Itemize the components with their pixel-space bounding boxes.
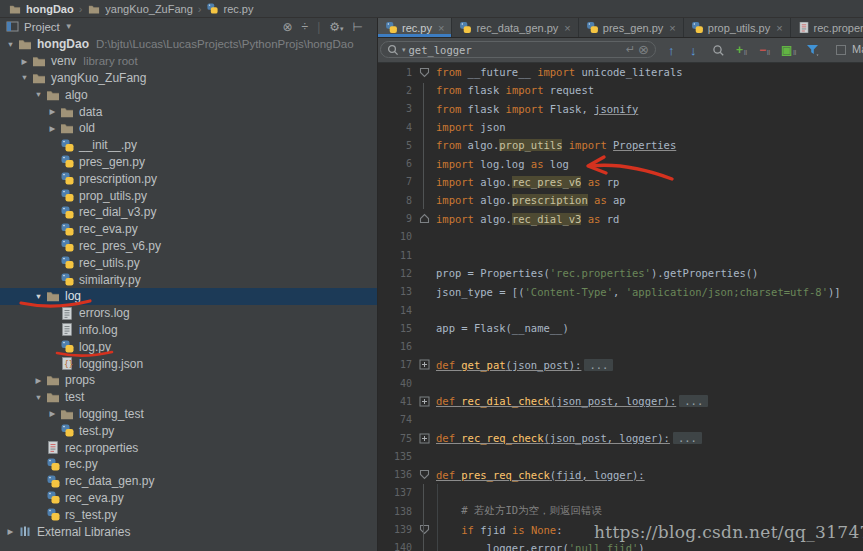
gutter-line-number[interactable]: 11 <box>378 250 412 261</box>
code-editor[interactable]: 1from __future__ import unicode_literals… <box>378 63 863 551</box>
gutter-line-number[interactable]: 5 <box>378 140 412 151</box>
tree-item-data[interactable]: ▶data <box>0 103 377 120</box>
tree-item-yangKuo_ZuFang[interactable]: ▼yangKuo_ZuFang <box>0 70 377 87</box>
chevron-right-icon[interactable]: ▶ <box>32 376 45 385</box>
hide-panel-icon[interactable]: ⊢ <box>353 21 363 33</box>
tree-item-rec_pres_v6.py[interactable]: rec_pres_v6.py <box>0 238 377 255</box>
gutter-line-number[interactable]: 140 <box>378 542 412 551</box>
gutter-line-number[interactable]: 1 <box>378 67 412 78</box>
tree-item-info.log[interactable]: info.log <box>0 322 377 339</box>
chevron-right-icon[interactable]: ▶ <box>46 107 59 116</box>
close-tab-icon[interactable]: × <box>564 22 570 34</box>
tree-item-log[interactable]: ▼log <box>0 288 377 305</box>
filter-icon[interactable] <box>806 44 820 57</box>
gutter-line-number[interactable]: 3 <box>378 103 412 114</box>
tab-rec_data_gen.py[interactable]: rec_data_gen.py× <box>452 18 578 37</box>
chevron-right-icon[interactable]: ▶ <box>46 409 59 418</box>
gutter-line-number[interactable]: 15 <box>378 323 412 334</box>
tree-item-prop_utils.py[interactable]: prop_utils.py <box>0 187 377 204</box>
search-input[interactable]: ▾ get_logger ↵ ⊗ <box>380 41 656 58</box>
tree-item-prescription.py[interactable]: prescription.py <box>0 170 377 187</box>
tree-item-old[interactable]: ▶old <box>0 120 377 137</box>
add-occurrence-button[interactable]: +ll <box>736 44 747 56</box>
gutter-line-number[interactable]: 137 <box>378 487 412 498</box>
tree-item-rec.py[interactable]: rec.py <box>0 456 377 473</box>
gutter-line-number[interactable]: 12 <box>378 268 412 279</box>
close-icon[interactable]: ⊗ <box>282 21 292 33</box>
tree-item-rec_eva.py[interactable]: rec_eva.py <box>0 490 377 507</box>
tree-item-rs_test.py[interactable]: rs_test.py <box>0 506 377 523</box>
scroll-from-source-icon[interactable]: ÷ <box>302 21 309 33</box>
project-panel-title[interactable]: Project <box>24 21 60 33</box>
tree-item-rec_dial_v3.py[interactable]: rec_dial_v3.py <box>0 204 377 221</box>
tab-rec.py[interactable]: rec.py× <box>378 18 452 37</box>
gutter-line-number[interactable]: 4 <box>378 122 412 133</box>
chevron-down-icon[interactable]: ▼ <box>32 90 45 99</box>
gutter-line-number[interactable]: 17 <box>378 359 412 370</box>
tree-item-logging.json[interactable]: {}logging.json <box>0 355 377 372</box>
fold-marker-plus[interactable] <box>412 433 436 444</box>
gutter-line-number[interactable]: 13 <box>378 286 412 297</box>
breadcrumb-item-yangKuo_ZuFang[interactable]: yangKuo_ZuFang <box>83 0 196 18</box>
gutter-line-number[interactable]: 10 <box>378 231 412 242</box>
match-case-checkbox[interactable] <box>836 45 846 55</box>
fold-marker-up[interactable] <box>412 213 436 224</box>
tree-item-logging_test[interactable]: ▶logging_test <box>0 406 377 423</box>
fold-marker-down[interactable] <box>412 469 436 480</box>
tab-rec.properties[interactable]: rec.properties× <box>791 18 863 37</box>
gutter-line-number[interactable]: 75 <box>378 433 412 444</box>
breadcrumb-item-rec.py[interactable]: rec.py <box>202 0 257 18</box>
chevron-down-icon[interactable]: ▼ <box>18 73 31 82</box>
gutter-line-number[interactable]: 9 <box>378 213 412 224</box>
gutter-line-number[interactable]: 135 <box>378 451 412 462</box>
gutter-line-number[interactable]: 14 <box>378 305 412 316</box>
tree-item-test.py[interactable]: test.py <box>0 422 377 439</box>
breadcrumb-item-hongDao[interactable]: hongDao <box>4 0 78 18</box>
gutter-line-number[interactable]: 136 <box>378 469 412 480</box>
search-history-caret-icon[interactable]: ▾ <box>402 46 406 54</box>
chevron-down-icon[interactable]: ▼ <box>4 40 17 49</box>
tree-item-__init__.py[interactable]: __init__.py <box>0 137 377 154</box>
gear-icon[interactable]: ⚙▾ <box>329 21 343 33</box>
tree-item-test[interactable]: ▼test <box>0 389 377 406</box>
gutter-line-number[interactable]: 138 <box>378 506 412 517</box>
tree-item-External Libraries[interactable]: ▶External Libraries <box>0 523 377 540</box>
gutter-line-number[interactable]: 2 <box>378 85 412 96</box>
gutter-line-number[interactable]: 74 <box>378 414 412 425</box>
close-tab-icon[interactable]: × <box>669 22 675 34</box>
fold-marker-down[interactable] <box>412 524 436 535</box>
tree-item-rec.properties[interactable]: rec.properties <box>0 439 377 456</box>
chevron-down-icon[interactable]: ▼ <box>32 292 45 301</box>
search-icon[interactable] <box>387 44 399 56</box>
chevron-down-icon[interactable]: ▼ <box>65 22 73 31</box>
chevron-right-icon[interactable]: ▶ <box>4 527 17 536</box>
chevron-right-icon[interactable]: ▶ <box>46 124 59 133</box>
tree-item-rec_eva.py[interactable]: rec_eva.py <box>0 221 377 238</box>
tree-item-algo[interactable]: ▼algo <box>0 86 377 103</box>
remove-occurrence-button[interactable]: −ll <box>759 44 770 56</box>
tree-item-props[interactable]: ▶props <box>0 372 377 389</box>
find-in-selection-icon[interactable] <box>712 44 725 57</box>
tree-item-log.py[interactable]: log.py <box>0 338 377 355</box>
tree-item-pres_gen.py[interactable]: pres_gen.py <box>0 154 377 171</box>
next-occurrence-button[interactable]: ↓ <box>690 43 697 58</box>
tab-prop_utils.py[interactable]: prop_utils.py× <box>684 18 791 37</box>
gutter-line-number[interactable]: 40 <box>378 378 412 389</box>
tree-item-similarity.py[interactable]: similarity.py <box>0 271 377 288</box>
gutter-line-number[interactable]: 8 <box>378 195 412 206</box>
chevron-down-icon[interactable]: ▼ <box>32 393 45 402</box>
tree-item-errors.log[interactable]: errors.log <box>0 305 377 322</box>
tree-item-hongDao[interactable]: ▼hongDaoD:\bjtu\Lucas\LucasProjects\Pyth… <box>0 36 377 53</box>
tree-item-rec_data_gen.py[interactable]: rec_data_gen.py <box>0 473 377 490</box>
close-tab-icon[interactable]: × <box>438 22 444 34</box>
close-tab-icon[interactable]: × <box>776 22 782 34</box>
fold-marker-plus[interactable] <box>412 359 436 370</box>
gutter-line-number[interactable]: 41 <box>378 396 412 407</box>
tab-pres_gen.py[interactable]: pres_gen.py× <box>579 18 684 37</box>
gutter-line-number[interactable]: 7 <box>378 176 412 187</box>
gutter-line-number[interactable]: 139 <box>378 524 412 535</box>
gutter-line-number[interactable]: 6 <box>378 158 412 169</box>
fold-marker-plus[interactable] <box>412 396 436 407</box>
tree-item-rec_utils.py[interactable]: rec_utils.py <box>0 254 377 271</box>
tree-item-venv[interactable]: ▶venvlibrary root <box>0 53 377 70</box>
